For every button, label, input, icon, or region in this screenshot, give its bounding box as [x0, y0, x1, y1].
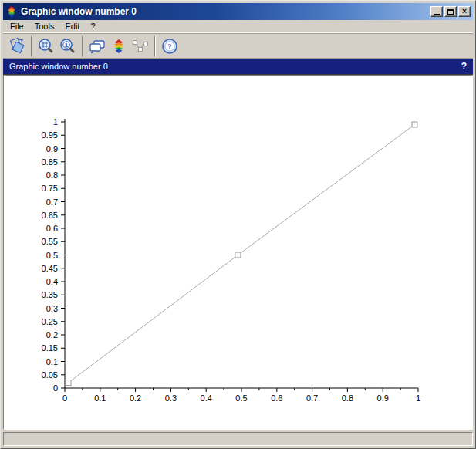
svg-text:0.95: 0.95: [42, 130, 58, 140]
toolbar: 1: [3, 33, 473, 59]
toolbar-separator: [82, 36, 83, 56]
rotate-button[interactable]: [6, 35, 28, 57]
scilab-app-icon: [5, 5, 18, 18]
statusbar: [3, 432, 473, 446]
menu-edit[interactable]: Edit: [59, 20, 85, 32]
svg-text:0.85: 0.85: [42, 157, 58, 167]
menu-tools[interactable]: Tools: [29, 20, 60, 32]
plot-canvas[interactable]: 00.050.10.150.20.250.30.350.40.450.50.55…: [3, 75, 473, 430]
rotate-icon: [8, 37, 26, 56]
graphic-window: Graphic window number 0 × File Tools Edi…: [0, 0, 476, 449]
svg-text:0: 0: [62, 393, 67, 403]
svg-text:0.4: 0.4: [46, 277, 58, 286]
svg-text:0.3: 0.3: [165, 393, 177, 403]
svg-text:0.9: 0.9: [377, 393, 389, 403]
maximize-icon: [447, 9, 454, 15]
svg-text:0.6: 0.6: [271, 393, 282, 403]
svg-text:0.45: 0.45: [42, 264, 58, 273]
svg-text:0.7: 0.7: [46, 197, 58, 207]
svg-text:0.25: 0.25: [42, 317, 58, 326]
svg-text:0: 0: [53, 383, 58, 393]
zoom-original-button[interactable]: 1: [57, 35, 79, 57]
svg-text:0.5: 0.5: [235, 393, 247, 403]
svg-text:0.5: 0.5: [46, 251, 58, 260]
svg-text:1: 1: [65, 42, 69, 49]
maximize-button[interactable]: [444, 6, 457, 17]
annotations-button[interactable]: [86, 35, 108, 57]
svg-text:0.3: 0.3: [46, 304, 58, 313]
svg-text:0.55: 0.55: [42, 237, 58, 246]
svg-text:0.35: 0.35: [42, 290, 58, 299]
zoom-original-icon: 1: [59, 37, 77, 56]
svg-text:0.7: 0.7: [306, 393, 318, 403]
titlebar[interactable]: Graphic window number 0 ×: [3, 3, 473, 20]
svg-text:0.05: 0.05: [42, 370, 58, 380]
svg-text:?: ?: [168, 42, 172, 51]
svg-text:0.9: 0.9: [46, 144, 58, 154]
menubar: File Tools Edit ?: [3, 20, 473, 33]
svg-text:0.8: 0.8: [46, 170, 58, 180]
help-button[interactable]: ?: [159, 35, 181, 57]
figure-header-help[interactable]: ?: [461, 61, 467, 72]
menu-file[interactable]: File: [5, 20, 29, 32]
menu-help[interactable]: ?: [85, 20, 100, 32]
svg-text:0.75: 0.75: [42, 184, 58, 193]
svg-text:1: 1: [416, 393, 420, 403]
svg-text:0.4: 0.4: [201, 393, 212, 403]
zoom-area-button[interactable]: [35, 35, 57, 57]
toolbar-separator: [31, 36, 32, 56]
datatips-button[interactable]: [130, 35, 151, 57]
close-button[interactable]: ×: [458, 6, 471, 17]
toolbar-separator: [154, 36, 156, 56]
minimize-icon: [434, 14, 440, 15]
svg-text:1: 1: [53, 117, 58, 127]
close-icon: ×: [462, 7, 467, 15]
window-title: Graphic window number 0: [21, 6, 427, 17]
figure-header: Graphic window number 0 ?: [3, 59, 473, 75]
datatips-icon: [131, 37, 150, 56]
annotations-icon: [88, 37, 106, 56]
chart-svg: 00.050.10.150.20.250.30.350.40.450.50.55…: [4, 76, 472, 430]
figure-header-title: Graphic window number 0: [9, 62, 461, 71]
minimize-button[interactable]: [430, 6, 443, 17]
svg-text:0.2: 0.2: [130, 393, 141, 403]
svg-text:0.15: 0.15: [42, 343, 58, 353]
svg-text:0.1: 0.1: [46, 357, 58, 366]
svg-text:0.1: 0.1: [94, 393, 106, 403]
svg-text:0.65: 0.65: [42, 211, 58, 220]
figure-editor-icon: [110, 37, 128, 56]
help-icon: ?: [160, 37, 179, 56]
svg-text:0.6: 0.6: [46, 224, 58, 233]
zoom-area-icon: [37, 37, 56, 56]
svg-text:0.2: 0.2: [46, 330, 58, 339]
svg-text:0.8: 0.8: [342, 393, 353, 403]
figure-editor-button[interactable]: [108, 35, 130, 57]
